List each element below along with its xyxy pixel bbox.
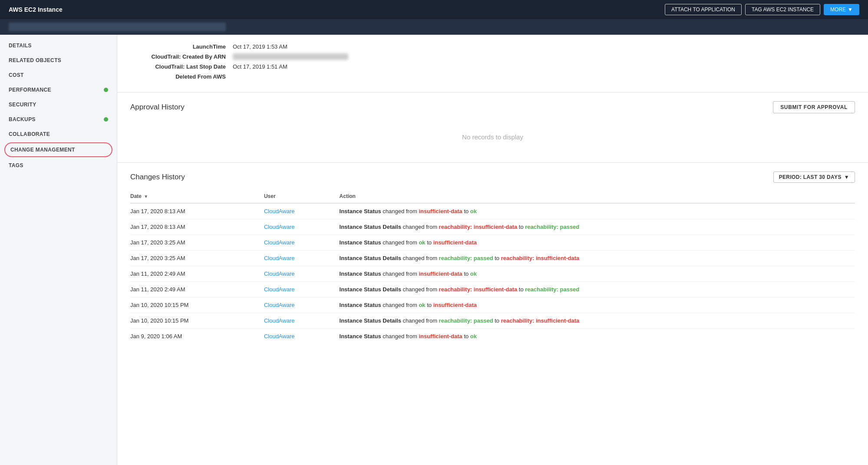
action-from-value: insufficient-data [419, 333, 462, 340]
action-from-value: reachability: passed [439, 317, 493, 324]
period-button[interactable]: PERIOD: LAST 30 DAYS ▼ [773, 171, 855, 183]
top-header: AWS EC2 Instance ATTACH TO APPLICATION T… [0, 0, 868, 19]
table-row: Jan 11, 2020 2:49 AMCloudAwareInstance S… [130, 266, 855, 282]
cell-user: CloudAware [264, 313, 340, 329]
user-link[interactable]: CloudAware [264, 208, 295, 214]
action-to-value: ok [470, 208, 477, 214]
sidebar-item-details[interactable]: DETAILS [0, 38, 117, 53]
cell-date: Jan 17, 2020 3:25 AM [130, 235, 264, 251]
user-link[interactable]: CloudAware [264, 239, 295, 246]
sidebar-item-label: TAGS [9, 162, 23, 168]
user-link[interactable]: CloudAware [264, 224, 295, 230]
cell-action: Instance Status Details changed from rea… [340, 219, 855, 235]
cell-action: Instance Status Details changed from rea… [340, 251, 855, 266]
action-to-value: reachability: passed [525, 286, 579, 293]
sidebar-item-label: DETAILS [9, 43, 32, 49]
table-row: Jan 11, 2020 2:49 AMCloudAwareInstance S… [130, 282, 855, 297]
changes-history-title: Changes History [130, 173, 185, 181]
cell-date: Jan 11, 2020 2:49 AM [130, 282, 264, 297]
status-dot-icon [104, 88, 108, 92]
no-records-message: No records to display [130, 120, 855, 154]
chevron-down-icon: ▼ [848, 7, 853, 13]
sidebar-item-security[interactable]: SECURITY [0, 97, 117, 112]
tag-aws-ec2-button[interactable]: TAG AWS EC2 INSTANCE [745, 4, 820, 15]
action-from-value: ok [419, 302, 425, 308]
cell-action: Instance Status changed from insufficien… [340, 203, 855, 219]
sort-arrow-icon: ▼ [144, 194, 148, 199]
approval-history-section: Approval History SUBMIT FOR APPROVAL No … [117, 92, 868, 163]
cell-user: CloudAware [264, 297, 340, 313]
main-layout: DETAILSRELATED OBJECTSCOSTPERFORMANCESEC… [0, 35, 868, 465]
cloudtrail-arn-value: arn:aws:iam::XXXXXXXXXXXX:user/XXXXXX [233, 53, 348, 60]
launch-time-value: Oct 17, 2019 1:53 AM [233, 43, 287, 50]
cell-user: CloudAware [264, 235, 340, 251]
approval-history-header: Approval History SUBMIT FOR APPROVAL [130, 101, 855, 113]
action-prefix: Instance Status [340, 270, 381, 277]
action-prefix: Instance Status Details [340, 224, 401, 230]
changes-table: Date ▼ User Action Jan 17, 2020 8:13 AMC… [130, 190, 855, 344]
sidebar-item-backups[interactable]: BACKUPS [0, 112, 117, 127]
cell-action: Instance Status changed from insufficien… [340, 329, 855, 344]
user-link[interactable]: CloudAware [264, 255, 295, 261]
cell-date: Jan 9, 2020 1:06 AM [130, 329, 264, 344]
cell-action: Instance Status changed from insufficien… [340, 266, 855, 282]
cell-user: CloudAware [264, 266, 340, 282]
url-bar-blurred [9, 23, 226, 31]
cell-user: CloudAware [264, 329, 340, 344]
sidebar-item-label: PERFORMANCE [9, 87, 51, 93]
changes-history-header: Changes History PERIOD: LAST 30 DAYS ▼ [130, 171, 855, 183]
sidebar-item-cost[interactable]: COST [0, 68, 117, 82]
action-to-value: reachability: insufficient-data [501, 255, 580, 261]
sidebar-item-label: CHANGE MANAGEMENT [10, 147, 75, 153]
action-prefix: Instance Status [340, 239, 381, 246]
action-to-value: reachability: insufficient-data [501, 317, 580, 324]
sidebar-item-label: RELATED OBJECTS [9, 57, 61, 63]
sidebar-item-performance[interactable]: PERFORMANCE [0, 82, 117, 97]
action-to-value: ok [470, 333, 477, 340]
sidebar-item-related-objects[interactable]: RELATED OBJECTS [0, 53, 117, 68]
action-prefix: Instance Status [340, 208, 381, 214]
table-row: Jan 10, 2020 10:15 PMCloudAwareInstance … [130, 297, 855, 313]
table-row: Jan 17, 2020 3:25 AMCloudAwareInstance S… [130, 251, 855, 266]
launch-time-label: LaunchTime [130, 43, 226, 50]
status-dot-icon [104, 117, 108, 122]
attach-to-application-button[interactable]: ATTACH TO APPLICATION [665, 4, 742, 15]
action-prefix: Instance Status [340, 302, 381, 308]
sidebar-item-collaborate[interactable]: COLLABORATE [0, 127, 117, 142]
table-row: Jan 9, 2020 1:06 AMCloudAwareInstance St… [130, 329, 855, 344]
user-link[interactable]: CloudAware [264, 333, 295, 340]
sidebar: DETAILSRELATED OBJECTSCOSTPERFORMANCESEC… [0, 35, 117, 465]
deleted-row: Deleted From AWS [130, 73, 855, 80]
sidebar-item-change-management[interactable]: CHANGE MANAGEMENT [4, 142, 112, 157]
action-to-value: insufficient-data [433, 302, 477, 308]
action-from-value: reachability: insufficient-data [439, 286, 518, 293]
cloudtrail-arn-label: CloudTrail: Created By ARN [130, 53, 226, 60]
cell-date: Jan 10, 2020 10:15 PM [130, 313, 264, 329]
cell-action: Instance Status Details changed from rea… [340, 282, 855, 297]
action-to-value: ok [470, 270, 477, 277]
page-title: AWS EC2 Instance [9, 6, 63, 13]
submit-for-approval-button[interactable]: SUBMIT FOR APPROVAL [773, 101, 855, 113]
user-link[interactable]: CloudAware [264, 286, 295, 293]
cloudtrail-arn-row: CloudTrail: Created By ARN arn:aws:iam::… [130, 53, 855, 60]
more-button[interactable]: MORE ▼ [824, 4, 859, 15]
changes-history-section: Changes History PERIOD: LAST 30 DAYS ▼ D… [117, 163, 868, 353]
action-from-value: ok [419, 239, 425, 246]
cell-date: Jan 17, 2020 8:13 AM [130, 203, 264, 219]
cloudtrail-stop-row: CloudTrail: Last Stop Date Oct 17, 2019 … [130, 63, 855, 70]
sidebar-item-label: SECURITY [9, 102, 36, 108]
deleted-label: Deleted From AWS [130, 73, 226, 80]
table-row: Jan 17, 2020 3:25 AMCloudAwareInstance S… [130, 235, 855, 251]
sidebar-item-tags[interactable]: TAGS [0, 158, 117, 173]
approval-history-title: Approval History [130, 103, 185, 112]
sidebar-item-label: BACKUPS [9, 116, 36, 122]
user-link[interactable]: CloudAware [264, 270, 295, 277]
user-link[interactable]: CloudAware [264, 317, 295, 324]
cell-user: CloudAware [264, 203, 340, 219]
user-link[interactable]: CloudAware [264, 302, 295, 308]
cell-action: Instance Status changed from ok to insuf… [340, 235, 855, 251]
cell-action: Instance Status Details changed from rea… [340, 313, 855, 329]
action-from-value: reachability: insufficient-data [439, 224, 518, 230]
col-date[interactable]: Date ▼ [130, 190, 264, 203]
launch-time-row: LaunchTime Oct 17, 2019 1:53 AM [130, 43, 855, 50]
